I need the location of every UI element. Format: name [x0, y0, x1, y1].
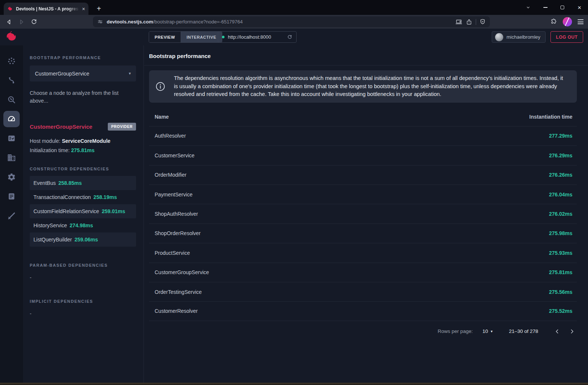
preview-tab[interactable]: PREVIEW: [149, 32, 181, 42]
interactive-tab[interactable]: INTERACTIVE: [181, 32, 222, 42]
sidebar-item-checklist[interactable]: [3, 130, 20, 147]
browser-toolbar: devtools.nestjs.com/bootstrap-performanc…: [0, 15, 588, 29]
init-time-row: Initialization time: 275.81ms: [30, 147, 136, 153]
dependency-item[interactable]: ListQueryBuilder 259.06ms: [30, 232, 136, 247]
browser-tab[interactable]: Devtools | NestJS - A progressive ×: [4, 3, 88, 15]
url-text: devtools.nestjs.com/bootstrap-performanc…: [107, 19, 243, 25]
row-name: PaymentService: [155, 192, 193, 198]
dependency-name: TransactionalConnection: [33, 194, 91, 200]
sidebar-item-routes[interactable]: [3, 72, 20, 89]
dependency-time: 258.85ms: [58, 180, 82, 186]
constructor-deps-title: CONSTRUCTOR DEPENDENCIES: [30, 167, 136, 171]
site-settings-icon[interactable]: [97, 19, 103, 25]
brave-shields-icon[interactable]: [479, 19, 486, 25]
row-name: ProductService: [155, 250, 190, 256]
address-bar[interactable]: devtools.nestjs.com/bootstrap-performanc…: [93, 16, 490, 27]
gauge-icon: [7, 115, 16, 123]
new-tab-button[interactable]: +: [94, 3, 104, 14]
sidebar-item-modules[interactable]: [3, 150, 20, 166]
info-text: The dependencies resolution algorithm is…: [174, 74, 568, 99]
dependency-name: HistoryService: [33, 222, 67, 228]
table-row[interactable]: OrderModifier 276.26ms: [149, 165, 577, 185]
title-divider: [144, 65, 588, 65]
forward-button[interactable]: [16, 16, 27, 27]
table-header: Name Instantiation time: [149, 108, 577, 126]
toolbar-right-group: [550, 16, 584, 27]
host-module-row: Host module: ServiceCoreModule: [30, 138, 136, 144]
panel-hint: Choose a node to analyze from the list a…: [30, 89, 123, 105]
tab-title: Devtools | NestJS - A progressive: [16, 6, 79, 12]
dependency-item[interactable]: HistoryService 274.98ms: [30, 218, 136, 232]
window-maximize-button[interactable]: [554, 0, 571, 15]
row-name: CustomerGroupService: [155, 269, 209, 275]
logout-button[interactable]: LOG OUT: [550, 31, 583, 43]
target-url-box[interactable]: http://localhost:8000: [218, 31, 297, 43]
nestjs-favicon-icon: [7, 6, 13, 12]
cast-to-device-icon[interactable]: [455, 18, 462, 25]
sidebar-item-graph[interactable]: [3, 53, 20, 69]
row-time: 275.81ms: [549, 269, 572, 275]
share-icon[interactable]: [466, 19, 472, 25]
window-close-button[interactable]: ×: [571, 0, 588, 15]
table-row[interactable]: ShopOrderResolver 275.98ms: [149, 224, 577, 243]
refresh-target-icon[interactable]: [287, 34, 293, 40]
user-chip[interactable]: michaelbromley: [492, 31, 546, 43]
sidebar-item-performance[interactable]: [3, 111, 20, 127]
sidebar-item-logs[interactable]: [3, 188, 20, 205]
implicit-deps-empty: -: [30, 311, 136, 317]
row-name: OrderTestingService: [155, 289, 202, 295]
rows-per-page-select[interactable]: 10 ▾: [482, 328, 492, 334]
icon-rail: [0, 45, 23, 383]
implicit-deps-title: IMPLICIT DEPENDENCIES: [30, 299, 136, 304]
tab-close-icon[interactable]: ×: [82, 6, 85, 12]
table-row[interactable]: ProductService 275.93ms: [149, 243, 577, 262]
article-icon: [7, 192, 16, 201]
url-domain: devtools.nestjs.com: [107, 19, 153, 25]
rows-per-page-value: 10: [482, 328, 488, 334]
host-module-value: ServiceCoreModule: [62, 138, 110, 144]
extensions-icon[interactable]: [550, 18, 557, 25]
constructor-deps-list: EventBus 258.85ms TransactionalConnectio…: [30, 176, 136, 247]
username: michaelbromley: [507, 34, 540, 40]
gear-icon: [7, 173, 16, 182]
dependency-item[interactable]: CustomFieldRelationService 259.01ms: [30, 204, 136, 218]
window-bottom-edge: [0, 383, 588, 385]
table-row[interactable]: ShopAuthResolver 276.02ms: [149, 204, 577, 223]
back-button[interactable]: [4, 16, 15, 27]
domain-icon: [7, 153, 16, 162]
param-deps-title: PARAM-BASED DEPENDENCIES: [30, 263, 136, 267]
table-row[interactable]: CustomerGroupService 275.81ms: [149, 263, 577, 282]
nestjs-logo: [4, 30, 18, 44]
tab-search-icon[interactable]: [520, 0, 537, 15]
dependency-name: ListQueryBuilder: [33, 237, 72, 243]
node-select-value: CustomerGroupService: [35, 71, 129, 77]
next-page-button[interactable]: [569, 328, 575, 335]
dependency-item[interactable]: EventBus 258.85ms: [30, 176, 136, 190]
table-row[interactable]: PaymentService 276.04ms: [149, 185, 577, 204]
node-select[interactable]: CustomerGroupService ▾: [30, 65, 136, 81]
dependency-name: CustomFieldRelationService: [33, 208, 99, 214]
devtools-app: PREVIEW INTERACTIVE http://localhost:800…: [0, 29, 588, 383]
table-row[interactable]: AuthResolver 277.29ms: [149, 126, 577, 145]
dependency-item[interactable]: TransactionalConnection 258.19ms: [30, 190, 136, 204]
browser-menu-icon[interactable]: [578, 19, 584, 24]
table-row[interactable]: CustomerService 276.29ms: [149, 145, 577, 165]
init-time-value: 275.81ms: [71, 147, 94, 153]
chevron-down-icon: ▾: [129, 71, 131, 76]
row-time: 276.02ms: [549, 211, 572, 217]
reload-button[interactable]: [28, 16, 39, 27]
row-name: ShopAuthResolver: [155, 211, 198, 217]
header-right-group: michaelbromley LOG OUT: [492, 31, 583, 43]
previous-page-button[interactable]: [554, 328, 560, 335]
sidebar-item-inspect[interactable]: [3, 92, 20, 108]
browser-profile-avatar[interactable]: [563, 17, 572, 26]
sidebar-item-tools[interactable]: [3, 208, 20, 224]
row-time: 276.29ms: [549, 153, 572, 158]
row-name: AuthResolver: [155, 133, 186, 139]
table-row[interactable]: OrderTestingService 275.56ms: [149, 282, 577, 301]
info-icon: [155, 81, 165, 92]
info-box: The dependencies resolution algorithm is…: [149, 70, 577, 103]
sidebar-item-settings[interactable]: [3, 169, 20, 185]
table-row[interactable]: CustomerResolver 275.52ms: [149, 301, 577, 321]
window-minimize-button[interactable]: [537, 0, 554, 15]
